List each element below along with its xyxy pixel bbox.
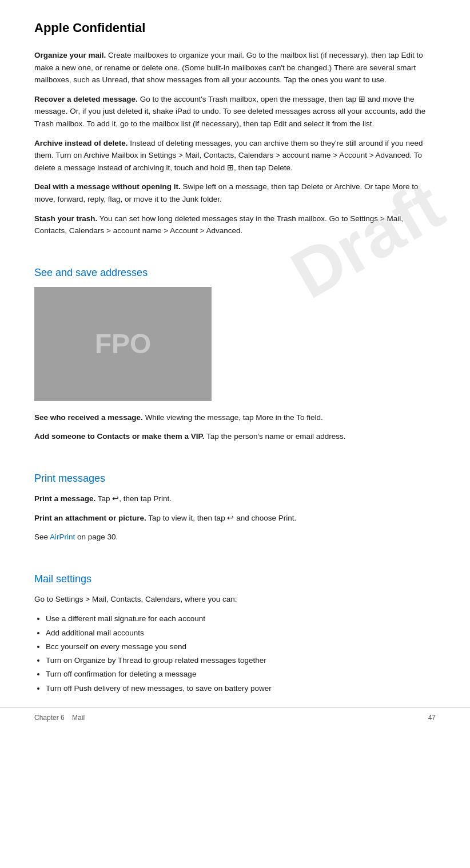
print-message-heading: Print a message. bbox=[34, 494, 95, 503]
list-item: Turn off Push delivery of new messages, … bbox=[46, 682, 436, 695]
add-someone-heading: Add someone to Contacts or make them a V… bbox=[34, 432, 205, 441]
recover-deleted-para: Recover a deleted message. Go to the acc… bbox=[34, 93, 436, 130]
see-who-heading: See who received a message. bbox=[34, 413, 143, 422]
footer-chapter: Chapter 6 Mail bbox=[34, 714, 85, 722]
print-messages-heading: Print messages bbox=[34, 473, 436, 485]
airprint-link[interactable]: AirPrint bbox=[50, 533, 75, 541]
deal-with-message-heading: Deal with a message without opening it. bbox=[34, 182, 181, 191]
print-attachment-text: Tap to view it, then tap ↩ and choose Pr… bbox=[148, 514, 296, 522]
page-container: Draft Apple Confidential Organize your m… bbox=[0, 0, 470, 735]
recover-deleted-heading: Recover a deleted message. bbox=[34, 95, 138, 103]
list-item: Turn off confirmation for deleting a mes… bbox=[46, 667, 436, 681]
footer-page-number: 47 bbox=[428, 714, 436, 722]
mail-settings-heading: Mail settings bbox=[34, 573, 436, 585]
see-who-para: See who received a message. While viewin… bbox=[34, 411, 436, 424]
mail-settings-list: Use a different mail signature for each … bbox=[46, 612, 436, 695]
print-attachment-heading: Print an attachment or picture. bbox=[34, 514, 146, 522]
list-item: Bcc yourself on every message you send bbox=[46, 640, 436, 654]
see-who-text: While viewing the message, tap More in t… bbox=[145, 413, 323, 422]
organize-mail-para: Organize your mail. Create mailboxes to … bbox=[34, 49, 436, 86]
archive-instead-heading: Archive instead of delete. bbox=[34, 139, 128, 147]
see-airprint-text2: on page 30. bbox=[75, 533, 118, 541]
footer-chapter-label: Chapter 6 bbox=[34, 714, 65, 722]
print-attachment-para: Print an attachment or picture. Tap to v… bbox=[34, 512, 436, 525]
list-item: Add additional mail accounts bbox=[46, 626, 436, 640]
footer-chapter-name: Mail bbox=[72, 714, 85, 722]
deal-with-message-para: Deal with a message without opening it. … bbox=[34, 181, 436, 205]
archive-instead-para: Archive instead of delete. Instead of de… bbox=[34, 137, 436, 174]
page-footer: Chapter 6 Mail 47 bbox=[0, 707, 470, 722]
see-save-addresses-heading: See and save addresses bbox=[34, 267, 436, 279]
mail-settings-intro: Go to Settings > Mail, Contacts, Calenda… bbox=[34, 593, 436, 606]
list-item: Use a different mail signature for each … bbox=[46, 612, 436, 626]
see-airprint-text: See bbox=[34, 533, 50, 541]
print-message-text: Tap ↩, then tap Print. bbox=[98, 494, 172, 503]
fpo-image-placeholder: FPO bbox=[34, 287, 212, 401]
airprint-ref-para: See AirPrint on page 30. bbox=[34, 531, 436, 543]
print-message-para: Print a message. Tap ↩, then tap Print. bbox=[34, 493, 436, 505]
add-someone-para: Add someone to Contacts or make them a V… bbox=[34, 430, 436, 443]
add-someone-text: Tap the person's name or email address. bbox=[206, 432, 345, 441]
stash-trash-heading: Stash your trash. bbox=[34, 214, 97, 223]
page-title: Apple Confidential bbox=[34, 21, 436, 35]
stash-trash-para: Stash your trash. You can set how long d… bbox=[34, 213, 436, 237]
list-item: Turn on Organize by Thread to group rela… bbox=[46, 654, 436, 667]
organize-mail-heading: Organize your mail. bbox=[34, 51, 106, 59]
fpo-label: FPO bbox=[95, 328, 152, 359]
